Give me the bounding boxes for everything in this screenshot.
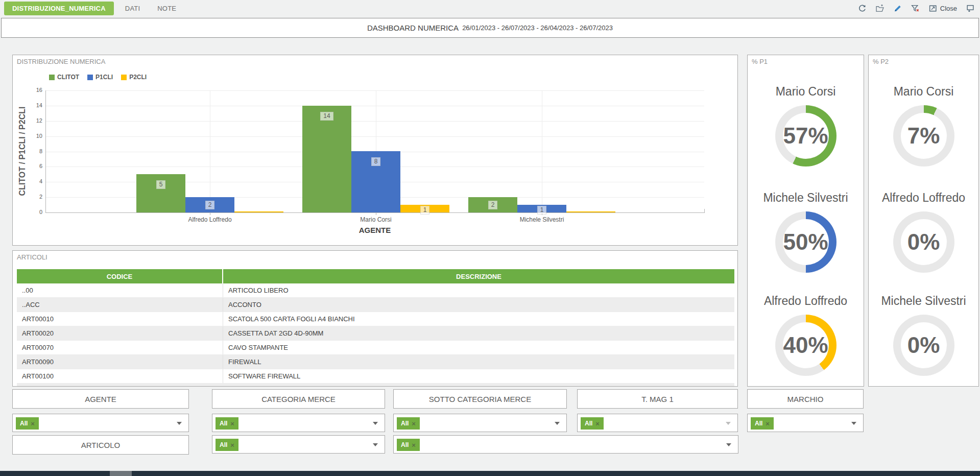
toolbar: Close — [858, 0, 975, 17]
filter-marchio-selected-value[interactable]: All× — [751, 417, 774, 430]
filter-header-categoria-merce: CATEGORIA MERCE — [212, 389, 385, 409]
filter-categoria-merce-clear-selection-icon[interactable]: × — [230, 420, 234, 427]
y-axis-line — [45, 90, 46, 212]
chevron-down-icon[interactable] — [726, 443, 731, 446]
table-row[interactable]: ART00010SCATOLA 500 CARTA FOGLI A4 BIANC… — [17, 312, 734, 326]
gauge-agent-name: Alfredo Loffredo — [764, 294, 847, 308]
table-row[interactable]: ART00070CAVO STAMPANTE — [17, 341, 734, 355]
chevron-down-icon[interactable] — [851, 422, 856, 425]
x-axis-end-cap — [704, 209, 705, 213]
gridline-v — [542, 90, 542, 212]
tab-bar: DISTRIBUZIONE_NUMERICADATINOTE — [0, 0, 980, 17]
export-screen-icon — [966, 4, 975, 13]
filter-header-sotto-categoria-merce: SOTTO CATEGORIA MERCE — [393, 389, 567, 409]
bar-p2cli-0[interactable] — [234, 211, 283, 212]
gauge-percent-value: 40% — [775, 315, 836, 376]
gauge-donut: 0% — [893, 211, 954, 273]
tab-note[interactable]: NOTE — [151, 2, 182, 15]
gauge-alfredo-loffredo: Alfredo Loffredo0% — [869, 191, 978, 273]
column-header-descrizione[interactable]: DESCRIZIONE — [223, 269, 734, 283]
y-tick-label: 4 — [27, 178, 42, 184]
bar-value-label: 14 — [302, 112, 351, 121]
export-button[interactable] — [966, 4, 975, 13]
horizontal-scrollbar-thumb[interactable] — [110, 471, 132, 476]
filter-categoria-merce-dropdown[interactable]: All× — [212, 414, 385, 432]
gauge-agent-name: Mario Corsi — [776, 85, 836, 99]
chart-plot-area: 024681012141652Alfredo Loffredo1481Mario… — [13, 55, 737, 245]
gauge-mario-corsi: Mario Corsi57% — [748, 85, 864, 166]
filter-categoria-merce-2-dropdown[interactable]: All× — [212, 435, 385, 454]
filter-sotto-categoria-merce-dropdown[interactable]: All× — [393, 414, 567, 432]
cell-codice: ART00100 — [17, 369, 223, 383]
chevron-down-icon[interactable] — [555, 422, 560, 425]
filter-marchio-dropdown[interactable]: All× — [747, 414, 864, 432]
chevron-down-icon[interactable] — [177, 422, 182, 425]
bar-value-text: 5 — [156, 180, 166, 189]
filter-sotto-categoria-merce-selected-value[interactable]: All× — [397, 417, 420, 430]
close-button[interactable]: Close — [928, 4, 957, 13]
filter-header-marchio: MARCHIO — [747, 389, 864, 409]
gauge-michele-silvestri: Michele Silvestri0% — [869, 294, 978, 376]
gridline-h — [45, 121, 704, 122]
bar-clitot-1[interactable] — [302, 106, 351, 212]
edit-button[interactable] — [893, 4, 902, 13]
distribuzione-numerica-panel: DISTRIBUZIONE NUMERICA CLITOTP1CLIP2CLI … — [12, 55, 738, 246]
gridline-h — [45, 90, 704, 91]
filter-agente-clear-selection-icon[interactable]: × — [31, 420, 35, 427]
filter-marchio-clear-selection-icon[interactable]: × — [766, 420, 770, 427]
chevron-down-icon[interactable] — [726, 422, 731, 425]
cell-descrizione: CAVO STAMPANTE — [223, 341, 734, 354]
filter-header-t-mag-1: T. MAG 1 — [577, 389, 738, 409]
open-file-icon — [875, 4, 885, 13]
filter-t-mag-1-clear-selection-icon[interactable]: × — [595, 420, 600, 427]
y-tick-label: 16 — [27, 87, 42, 93]
refresh-button[interactable] — [858, 4, 867, 13]
table-row[interactable]: ART00020CASSETTA DAT 2GD 4D-90MM — [17, 326, 734, 341]
filter-agente-dropdown[interactable]: All× — [12, 414, 189, 432]
table-row[interactable]: ART00090FIREWALL — [17, 355, 734, 369]
gauge-percent-value: 50% — [775, 211, 836, 273]
x-category-label-2[interactable]: Michele Silvestri — [481, 216, 603, 223]
p2-panel-title: % P2 — [873, 58, 889, 65]
x-category-label-0[interactable]: Alfredo Loffredo — [149, 216, 271, 223]
chevron-down-icon[interactable] — [373, 443, 378, 446]
bar-p2cli-2[interactable] — [566, 211, 615, 212]
gauge-agent-name: Alfredo Loffredo — [882, 191, 965, 205]
filter-sotto-categoria-wide-selected-value[interactable]: All× — [397, 439, 420, 451]
table-row[interactable]: ..00ARTICOLO LIBERO — [17, 283, 734, 298]
gauge-percent-value: 57% — [775, 105, 836, 166]
x-axis-title: AGENTE — [45, 226, 704, 234]
y-tick-label: 14 — [27, 102, 42, 108]
app-window: DISTRIBUZIONE_NUMERICADATINOTE — [0, 0, 980, 476]
filter-categoria-merce-2-selected-value[interactable]: All× — [216, 439, 238, 451]
table-row[interactable]: ART00100SOFTWARE FIREWALL — [17, 369, 734, 384]
filter-categoria-merce-2-clear-selection-icon[interactable]: × — [230, 441, 234, 449]
filter-agente-selected-value[interactable]: All× — [16, 417, 39, 430]
chevron-down-icon[interactable] — [373, 422, 378, 425]
filter-categoria-merce-selected-value[interactable]: All× — [216, 417, 238, 430]
filter-sotto-categoria-wide-dropdown[interactable]: All× — [393, 435, 738, 454]
horizontal-scrollbar[interactable] — [0, 471, 980, 476]
filter-sotto-categoria-wide-clear-selection-icon[interactable]: × — [412, 441, 416, 449]
tab-dati[interactable]: DATI — [119, 2, 146, 15]
clear-filter-icon — [911, 4, 920, 13]
filter-t-mag-1-selected-value[interactable]: All× — [581, 417, 604, 430]
y-tick-label: 12 — [27, 117, 42, 124]
table-row[interactable]: ..ACCACCONTO — [17, 298, 734, 312]
x-category-label-1[interactable]: Mario Corsi — [315, 216, 437, 223]
open-file-button[interactable] — [875, 4, 885, 13]
tab-distribuzione-numerica[interactable]: DISTRIBUZIONE_NUMERICA — [4, 2, 114, 15]
bar-value-text: 14 — [320, 112, 333, 121]
gridline-v — [210, 90, 210, 212]
column-header-codice[interactable]: CODICE — [17, 269, 223, 283]
y-tick-label: 8 — [27, 148, 42, 154]
close-window-icon — [928, 4, 938, 13]
articoli-table-body: ..00ARTICOLO LIBERO..ACCACCONTOART00010S… — [17, 283, 734, 387]
gauge-agent-name: Michele Silvestri — [763, 191, 848, 205]
clear-filter-button[interactable] — [911, 4, 920, 13]
filter-t-mag-1-dropdown[interactable]: All× — [577, 414, 738, 432]
articoli-table-header: CODICE DESCRIZIONE — [17, 269, 734, 283]
bar-value-text: 8 — [371, 157, 381, 166]
cell-descrizione: ACCONTO — [223, 298, 734, 312]
filter-sotto-categoria-merce-clear-selection-icon[interactable]: × — [412, 420, 416, 427]
